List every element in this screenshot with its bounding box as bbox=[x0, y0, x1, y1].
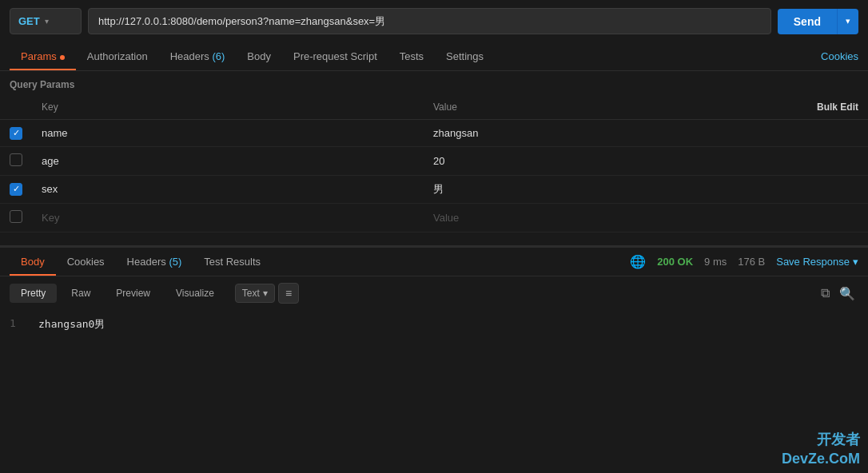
row-check-cell bbox=[0, 203, 32, 232]
filter-icon[interactable]: ≡ bbox=[278, 283, 299, 304]
bulk-edit-btn[interactable]: Bulk Edit bbox=[804, 95, 868, 120]
cookies-link[interactable]: Cookies bbox=[821, 50, 858, 62]
params-dot bbox=[60, 55, 65, 60]
row-key-cell: age bbox=[32, 146, 424, 175]
row-actions-cell bbox=[804, 120, 868, 147]
url-bar: GET ▾ Send ▾ bbox=[0, 0, 868, 42]
row-check-cell bbox=[0, 175, 32, 203]
col-header-key: Key bbox=[32, 95, 424, 120]
tab-headers[interactable]: Headers (6) bbox=[159, 42, 237, 70]
row-key-cell: name bbox=[32, 120, 424, 147]
row-key-text: Key bbox=[42, 212, 59, 224]
row-actions-cell bbox=[804, 146, 868, 175]
response-tab-headers[interactable]: Headers (5) bbox=[116, 248, 193, 276]
response-section: Body Cookies Headers (5) Test Results 🌐 … bbox=[0, 245, 868, 338]
table-row: sex 男 bbox=[0, 175, 868, 203]
send-button[interactable]: Send bbox=[778, 9, 837, 34]
code-line-1: 1 zhangsan0男 bbox=[10, 317, 858, 332]
tab-tests[interactable]: Tests bbox=[388, 42, 435, 70]
response-tab-body[interactable]: Body bbox=[10, 248, 56, 276]
format-chevron-icon: ▾ bbox=[263, 288, 268, 299]
row-key-text: name bbox=[42, 127, 68, 139]
view-tab-raw[interactable]: Raw bbox=[60, 284, 102, 303]
row-actions-cell bbox=[804, 203, 868, 232]
response-status-code: 200 OK bbox=[657, 256, 693, 268]
copy-icon[interactable]: ⧉ bbox=[818, 283, 833, 304]
tab-params[interactable]: Params bbox=[10, 42, 76, 70]
globe-icon: 🌐 bbox=[630, 254, 646, 269]
search-icon[interactable]: 🔍 bbox=[836, 283, 858, 304]
table-row: age 20 bbox=[0, 146, 868, 175]
response-size: 176 B bbox=[738, 256, 765, 268]
view-tab-pretty[interactable]: Pretty bbox=[10, 284, 57, 303]
row-check-cell bbox=[0, 146, 32, 175]
send-btn-group: Send ▾ bbox=[778, 9, 858, 34]
query-params-title: Query Params bbox=[0, 71, 868, 95]
tab-pre-request[interactable]: Pre-request Script bbox=[282, 42, 388, 70]
send-dropdown-button[interactable]: ▾ bbox=[837, 9, 858, 34]
row-value-text: 男 bbox=[433, 183, 444, 195]
method-chevron-icon: ▾ bbox=[45, 17, 49, 26]
response-tab-bar: Body Cookies Headers (5) Test Results 🌐 … bbox=[0, 248, 868, 276]
format-select[interactable]: Text ▾ bbox=[235, 284, 275, 303]
response-tab-test-results[interactable]: Test Results bbox=[193, 248, 272, 276]
row-value-cell: 男 bbox=[424, 175, 804, 203]
tab-body[interactable]: Body bbox=[236, 42, 282, 70]
row-value-cell: zhangsan bbox=[424, 120, 804, 147]
row-value-text: zhangsan bbox=[433, 127, 478, 139]
line-content: zhangsan0男 bbox=[38, 317, 105, 332]
tab-settings[interactable]: Settings bbox=[435, 42, 495, 70]
response-time: 9 ms bbox=[704, 256, 727, 268]
row-value-cell: 20 bbox=[424, 146, 804, 175]
params-table: Key Value Bulk Edit name zhangsan age 20 bbox=[0, 95, 868, 233]
tab-authorization[interactable]: Authorization bbox=[76, 42, 159, 70]
row-checkbox[interactable] bbox=[10, 153, 22, 166]
row-checkbox[interactable] bbox=[10, 127, 22, 140]
row-key-cell: sex bbox=[32, 175, 424, 203]
col-header-value: Value bbox=[424, 95, 804, 120]
row-checkbox[interactable] bbox=[10, 183, 22, 196]
view-tab-preview[interactable]: Preview bbox=[105, 284, 161, 303]
table-row: name zhangsan bbox=[0, 120, 868, 147]
request-tab-bar: Params Authorization Headers (6) Body Pr… bbox=[0, 42, 868, 71]
table-row: Key Value bbox=[0, 203, 868, 232]
method-label: GET bbox=[18, 15, 40, 27]
row-key-text: age bbox=[42, 155, 59, 167]
view-tab-bar: Pretty Raw Preview Visualize Text ▾ ≡ ⧉ … bbox=[0, 276, 868, 311]
save-response-btn[interactable]: Save Response ▾ bbox=[776, 256, 858, 268]
url-input[interactable] bbox=[88, 8, 771, 34]
row-checkbox[interactable] bbox=[10, 210, 22, 223]
row-check-cell bbox=[0, 120, 32, 147]
line-number: 1 bbox=[10, 317, 26, 332]
method-select[interactable]: GET ▾ bbox=[10, 8, 82, 34]
row-actions-cell bbox=[804, 175, 868, 203]
row-value-cell: Value bbox=[424, 203, 804, 232]
watermark: 开发者 DevZe.CoM bbox=[782, 431, 860, 468]
row-value-text: Value bbox=[433, 212, 459, 224]
response-tab-cookies[interactable]: Cookies bbox=[56, 248, 116, 276]
save-response-chevron-icon: ▾ bbox=[853, 256, 858, 268]
row-value-text: 20 bbox=[433, 155, 444, 167]
code-area: 1 zhangsan0男 bbox=[0, 311, 868, 338]
view-tab-visualize[interactable]: Visualize bbox=[165, 284, 225, 303]
row-key-cell: Key bbox=[32, 203, 424, 232]
row-key-text: sex bbox=[42, 183, 58, 195]
